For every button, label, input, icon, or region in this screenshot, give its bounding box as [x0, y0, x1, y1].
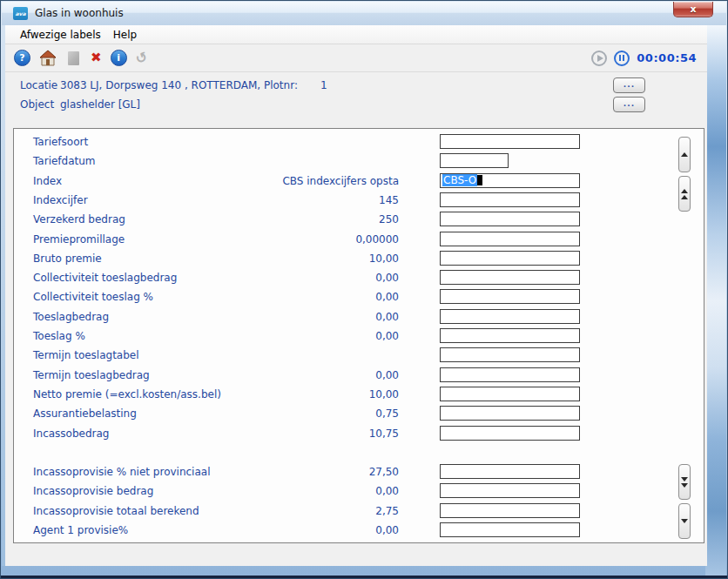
field-label: Netto premie (=excl.kosten/ass.bel) [33, 388, 221, 401]
field-input[interactable] [440, 367, 580, 382]
info-icon[interactable]: i [111, 50, 127, 66]
form-row: Verzekerd bedrag250 [14, 211, 704, 230]
field-value: 0,75 [232, 407, 399, 420]
locatie-value: 3083 LJ, Dorpsweg 140 , ROTTERDAM, Plotn… [60, 79, 298, 91]
field-label: Toeslag % [33, 330, 85, 342]
object-label: Object [20, 98, 60, 111]
field-input[interactable] [440, 406, 580, 421]
toolbar-right: 00:00:54 [591, 50, 697, 66]
locatie-browse-button[interactable]: ... [613, 77, 645, 93]
field-input[interactable] [440, 153, 509, 168]
window-title: Glas in woonhuis [35, 7, 124, 19]
scroll-page-up-button[interactable] [678, 176, 691, 212]
field-value: 145 [232, 194, 399, 206]
form-row: Tariefsoort [14, 133, 704, 152]
field-input[interactable] [440, 347, 580, 362]
field-label: Incassoprovisie bedrag [33, 485, 153, 497]
form-row: Tariefdatum [14, 152, 704, 172]
scroll-up-button[interactable] [678, 137, 691, 172]
form-row: Netto premie (=excl.kosten/ass.bel)10,00 [14, 386, 704, 405]
field-value: CBS indexcijfers opsta [232, 175, 399, 187]
field-label: Incassoprovisie % niet provinciaal [33, 466, 211, 478]
field-value: 2,75 [232, 505, 399, 517]
menu-item-afwezige-labels[interactable]: Afwezige labels [14, 27, 107, 43]
locatie-row: Locatie3083 LJ, Dorpsweg 140 , ROTTERDAM… [20, 79, 327, 91]
field-input[interactable] [440, 483, 580, 498]
field-label: Termijn toeslagtabel [33, 349, 139, 361]
title-bar[interactable]: ava Glas in woonhuis x [2, 2, 726, 25]
form-row: Collectiviteit toeslag %0,00 [14, 288, 704, 307]
field-value: 0,00 [232, 330, 399, 342]
home-icon[interactable] [39, 50, 57, 66]
field-input[interactable] [440, 522, 580, 537]
field-label: Collectiviteit toeslagbedrag [33, 272, 177, 284]
form-row: Termijn toeslagbedrag0,00 [14, 367, 704, 386]
text-caret [477, 175, 482, 185]
field-input[interactable] [440, 328, 580, 343]
field-input[interactable] [440, 134, 580, 149]
pause-icon[interactable] [614, 50, 630, 66]
field-label: Collectiviteit toeslag % [33, 291, 153, 303]
field-value: 10,75 [232, 428, 399, 440]
timer-display: 00:00:54 [637, 51, 697, 64]
field-value: 0,00 [232, 485, 399, 497]
form-row: Toeslagbedrag0,00 [14, 308, 704, 327]
menu-item-help[interactable]: Help [107, 27, 143, 43]
form-row: Incassoprovisie totaal berekend2,75 [14, 502, 704, 522]
field-label: Tariefdatum [33, 155, 96, 167]
scroll-down-button[interactable] [678, 503, 691, 539]
undo-icon: ↺ [133, 50, 149, 67]
field-value: 0,00 [232, 311, 399, 323]
object-browse-button[interactable]: ... [613, 97, 645, 112]
field-label: Bruto premie [33, 252, 102, 265]
field-label: Incassoprovisie totaal berekend [33, 505, 199, 517]
field-label: Assurantiebelasting [33, 407, 137, 420]
field-input[interactable] [440, 232, 580, 246]
field-label: Incassobedrag [33, 428, 109, 440]
locatie-label: Locatie [20, 79, 60, 91]
field-label: Indexcijfer [33, 194, 88, 206]
field-label: Verzekerd bedrag [33, 213, 125, 226]
toolbar: ? ✖ i ↺ 00:00:54 [5, 44, 707, 72]
form-row: Toeslag %0,00 [14, 327, 704, 347]
field-value: 10,00 [232, 388, 399, 401]
object-row: Objectglashelder [GL] [20, 98, 140, 111]
field-input[interactable] [440, 309, 580, 324]
field-input[interactable] [440, 387, 580, 401]
plotnr-value: 1 [320, 79, 327, 91]
field-input[interactable] [440, 251, 580, 266]
field-input[interactable] [440, 426, 580, 441]
help-icon[interactable]: ? [14, 50, 30, 66]
header-pane: Locatie3083 LJ, Dorpsweg 140 , ROTTERDAM… [5, 72, 707, 128]
window-bottom-edge [1, 576, 727, 578]
field-value: 0,00000 [232, 233, 399, 246]
field-input[interactable] [440, 464, 580, 479]
field-label: Agent 1 provisie% [33, 524, 128, 536]
scroll-page-down-button[interactable] [678, 464, 691, 500]
field-input[interactable] [440, 192, 580, 207]
client-area: Afwezige labels Help ? ✖ i ↺ [5, 25, 707, 566]
form-row: Bruto premie10,00 [14, 250, 704, 269]
field-value: 0,00 [232, 272, 399, 284]
app-window: ava Glas in woonhuis x Afwezige labels H… [0, 0, 728, 579]
field-input[interactable] [440, 212, 580, 226]
field-label: Premiepromillage [33, 233, 125, 246]
field-input[interactable] [440, 503, 580, 518]
field-input[interactable] [440, 289, 580, 304]
field-input[interactable] [440, 270, 580, 285]
field-value: 27,50 [232, 466, 399, 478]
field-value: 0,00 [232, 524, 399, 536]
field-label: Toeslagbedrag [33, 311, 109, 323]
field-input[interactable]: CBS-O [440, 173, 580, 188]
menu-bar: Afwezige labels Help [5, 25, 707, 44]
field-value: 0,00 [232, 369, 399, 381]
form-row: Incassoprovisie bedrag0,00 [14, 482, 704, 502]
object-value: glashelder [GL] [60, 98, 140, 111]
delete-icon[interactable]: ✖ [91, 51, 102, 64]
form-row: Termijn toeslagtabel [14, 347, 704, 366]
close-button[interactable]: x [673, 2, 713, 17]
selected-text: CBS-O [442, 174, 477, 186]
form-row: Collectiviteit toeslagbedrag0,00 [14, 269, 704, 288]
form-row: Incassobedrag10,75 [14, 425, 704, 444]
form-row: Premiepromillage0,00000 [14, 231, 704, 250]
